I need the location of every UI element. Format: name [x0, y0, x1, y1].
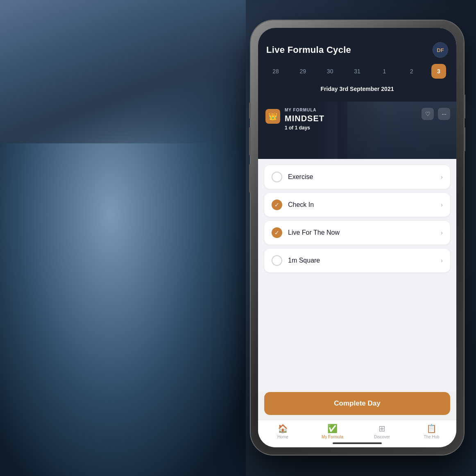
- cal-day-30[interactable]: 30: [323, 64, 338, 79]
- tab-thehub-label: The Hub: [424, 435, 439, 439]
- tab-thehub[interactable]: 📋 The Hub: [407, 424, 456, 439]
- more-options-button[interactable]: ···: [438, 108, 450, 120]
- cal-day-31[interactable]: 31: [350, 64, 365, 79]
- volume-down-button: [249, 164, 251, 193]
- task-exercise-checkbox[interactable]: [272, 172, 282, 182]
- app-title: Live Formula Cycle: [266, 45, 351, 55]
- cal-day-1[interactable]: 1: [377, 64, 392, 79]
- task-livefornow-left: ✓ Live For The Now: [272, 227, 340, 238]
- task-checkin-label: Check In: [288, 201, 314, 209]
- task-1msquare-label: 1m Square: [288, 257, 320, 264]
- screen-content: Live Formula Cycle DF 28 29 30 31 1 2 3: [258, 28, 456, 447]
- tab-myformula-label: My Formula: [322, 435, 343, 439]
- task-1msquare-chevron: ›: [441, 257, 443, 264]
- task-checkin[interactable]: ✓ Check In ›: [264, 193, 450, 217]
- sky-background: [0, 0, 246, 143]
- discover-icon: ⊞: [379, 424, 385, 433]
- header-top: Live Formula Cycle DF: [266, 42, 448, 58]
- tab-home-label: Home: [277, 435, 288, 439]
- task-exercise-label: Exercise: [288, 173, 313, 181]
- tab-myformula[interactable]: ✅ My Formula: [308, 424, 357, 439]
- home-indicator: [333, 442, 382, 444]
- cal-day-28[interactable]: 28: [268, 64, 283, 79]
- task-1msquare-left: 1m Square: [272, 255, 320, 266]
- favorite-button[interactable]: ♡: [422, 108, 434, 120]
- home-icon: 🏠: [278, 424, 288, 433]
- crown-icon: 👑: [265, 109, 280, 124]
- calendar-row: 28 29 30 31 1 2 3: [266, 64, 448, 79]
- task-exercise-chevron: ›: [441, 174, 443, 180]
- phone-notch: [324, 28, 390, 39]
- task-checkin-checkbox[interactable]: ✓: [272, 199, 282, 210]
- hero-badge: MY FORMULA: [285, 108, 324, 112]
- phone-shell: Live Formula Cycle DF 28 29 30 31 1 2 3: [251, 20, 464, 455]
- task-livefornow-checkbox[interactable]: ✓: [272, 227, 282, 238]
- user-avatar[interactable]: DF: [433, 42, 448, 58]
- cal-day-2[interactable]: 2: [404, 64, 419, 79]
- hero-card[interactable]: 👑 MY FORMULA MINDSET 1 of 1 days ♡ ···: [258, 102, 456, 159]
- task-exercise-left: Exercise: [272, 172, 313, 182]
- thehub-icon: 📋: [426, 424, 437, 433]
- myformula-icon: ✅: [327, 424, 338, 433]
- task-livefornow[interactable]: ✓ Live For The Now ›: [264, 221, 450, 245]
- hero-actions: ♡ ···: [422, 108, 450, 120]
- task-checkin-chevron: ›: [441, 202, 443, 208]
- tasks-section: Exercise › ✓ Check In ›: [258, 159, 456, 392]
- phone-mockup: Live Formula Cycle DF 28 29 30 31 1 2 3: [251, 20, 464, 455]
- hero-text: MY FORMULA MINDSET 1 of 1 days: [285, 108, 324, 131]
- mute-button: [249, 102, 251, 119]
- task-checkin-left: ✓ Check In: [272, 199, 314, 210]
- task-livefornow-label: Live For The Now: [288, 229, 340, 236]
- volume-up-button: [249, 127, 251, 156]
- current-date: Friday 3rd September 2021: [266, 81, 448, 95]
- cal-day-3-active[interactable]: 3: [431, 64, 446, 79]
- tab-home[interactable]: 🏠 Home: [258, 424, 308, 439]
- task-1msquare-checkbox[interactable]: [272, 255, 282, 266]
- task-1msquare[interactable]: 1m Square ›: [264, 249, 450, 272]
- hero-title: MINDSET: [285, 114, 324, 123]
- tab-discover[interactable]: ⊞ Discover: [357, 424, 407, 439]
- tab-discover-label: Discover: [374, 435, 390, 439]
- task-livefornow-chevron: ›: [441, 229, 443, 236]
- task-exercise[interactable]: Exercise ›: [264, 165, 450, 189]
- cal-day-29[interactable]: 29: [295, 64, 310, 79]
- phone-screen: Live Formula Cycle DF 28 29 30 31 1 2 3: [258, 28, 456, 447]
- complete-day-button[interactable]: Complete Day: [264, 392, 450, 415]
- volume-button-right: [464, 127, 465, 152]
- hero-days: 1 of 1 days: [285, 125, 324, 131]
- power-button: [464, 94, 465, 119]
